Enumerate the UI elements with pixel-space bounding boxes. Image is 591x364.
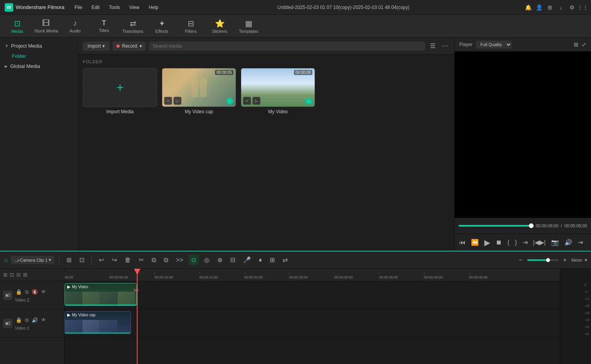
time-slider-thumb[interactable]: [529, 223, 534, 228]
split-view-icon[interactable]: ⊞: [64, 255, 74, 265]
quality-select[interactable]: Full Quality: [476, 41, 512, 48]
toolbar-media[interactable]: ⊡ Media: [3, 16, 31, 36]
replace-icon[interactable]: ⇄: [280, 255, 290, 265]
menu-tools[interactable]: Tools: [105, 3, 124, 12]
snapshot-icon[interactable]: 📷: [550, 237, 561, 248]
add-to-timeline-icon[interactable]: +: [164, 97, 172, 105]
motion-track-icon[interactable]: ◎: [202, 255, 212, 265]
lock-track-icon[interactable]: ⊡: [10, 272, 14, 278]
video-clip-1[interactable]: ▶ My Video cap: [64, 311, 131, 334]
keyframe-icon[interactable]: ♦: [256, 255, 264, 265]
layout-toggle-icon[interactable]: ⊞: [574, 41, 578, 48]
sidebar-global-media[interactable]: ▶ Global Media: [0, 61, 78, 71]
timeline-home-icon[interactable]: ⌂: [4, 257, 8, 264]
track-selector[interactable]: ...i-Camera Clip 1 ▾: [11, 256, 55, 264]
redo-icon[interactable]: ↪: [109, 255, 119, 265]
play-icon[interactable]: ▶: [483, 236, 492, 249]
import-media-thumb[interactable]: +: [83, 68, 157, 107]
copy-icon[interactable]: ⧉: [149, 255, 158, 265]
mark-in-icon[interactable]: {: [506, 237, 511, 248]
toolbar-templates[interactable]: ▦ Templates: [235, 16, 263, 36]
snap-icon[interactable]: |◀▶|: [532, 237, 547, 248]
preview-icon[interactable]: ▷: [174, 97, 181, 105]
track-settings-icon[interactable]: ⊟: [16, 272, 21, 278]
ai-enhance-icon[interactable]: ⊕: [215, 255, 225, 265]
magnet-icon[interactable]: ⊙: [189, 255, 199, 265]
track-2-copy-icon[interactable]: ⧉: [24, 288, 29, 296]
track-2-eye-icon[interactable]: 👁: [40, 288, 47, 296]
filter-icon[interactable]: ☰: [428, 41, 437, 51]
video-clip-2[interactable]: ▶ My Video: [64, 283, 137, 306]
track-2-lock-icon[interactable]: 🔒: [15, 288, 23, 296]
account-icon[interactable]: 👤: [535, 4, 543, 11]
preview-icon2[interactable]: ▷: [253, 97, 260, 105]
delete-icon[interactable]: 🗑: [122, 255, 133, 265]
record-button[interactable]: Record ▾: [113, 41, 146, 51]
search-input[interactable]: [149, 41, 425, 51]
fit-track-icon[interactable]: ⊞: [23, 272, 27, 278]
project-media-label: Project Media: [11, 43, 42, 49]
time-slider-fill: [458, 225, 534, 227]
mic-icon[interactable]: 🎤: [241, 255, 253, 265]
go-start-icon[interactable]: ⏮: [458, 237, 467, 248]
list-item[interactable]: 00:00:05 + ▷ ✓ My Video cap: [162, 68, 236, 114]
timeline-tracks-area[interactable]: 00:00 00:00:05:00 00:00:10:00 00:00:15:0…: [64, 269, 560, 364]
track-1-eye-icon[interactable]: 👁: [40, 316, 47, 324]
zoom-out-icon[interactable]: −: [516, 255, 525, 265]
track-1-copy-icon[interactable]: ⧉: [24, 316, 29, 324]
paste-icon[interactable]: ⧉: [161, 255, 170, 265]
toolbar-stickers[interactable]: ⭐ Stickers: [206, 16, 234, 36]
zoom-bar[interactable]: [527, 259, 559, 261]
import-button[interactable]: Import ▾: [83, 41, 109, 51]
captions-icon[interactable]: ⊞: [267, 255, 277, 265]
ripple-icon[interactable]: ⊡: [77, 255, 87, 265]
list-item[interactable]: + Import Media: [83, 68, 157, 114]
sidebar-folder[interactable]: Folder: [0, 51, 78, 61]
grid-icon[interactable]: ⋮⋮: [579, 4, 586, 11]
toolbar-titles[interactable]: T Titles: [90, 16, 118, 36]
toolbar-audio[interactable]: ♪ Audio: [61, 16, 89, 36]
zoom-thumb[interactable]: [546, 258, 550, 262]
volume-icon[interactable]: 🔊: [563, 237, 574, 248]
add-track-icon[interactable]: ⊞: [3, 272, 7, 278]
more-controls-icon[interactable]: ⇥: [576, 237, 584, 248]
fullscreen-icon[interactable]: ⤢: [582, 41, 586, 48]
menu-view[interactable]: View: [125, 3, 143, 12]
more-tools-icon[interactable]: >>: [174, 255, 186, 265]
stop-icon[interactable]: ⏹: [494, 237, 503, 248]
track-1-mute-icon[interactable]: 🔊: [31, 316, 39, 324]
notification-icon[interactable]: 🔔: [525, 4, 532, 11]
list-item[interactable]: 00:00:08 + ▷ ✓ My Video: [241, 68, 315, 114]
settings-icon[interactable]: ⚙: [568, 4, 575, 11]
toolbar-effects[interactable]: ✦ Effects: [148, 16, 176, 36]
layout-icon[interactable]: ⊞: [546, 4, 553, 11]
download-icon[interactable]: ↓: [557, 4, 564, 11]
add-to-timeline-icon2[interactable]: +: [243, 97, 251, 105]
cut-icon[interactable]: ✂: [136, 255, 146, 265]
time-slider[interactable]: [458, 225, 534, 227]
more-options-icon[interactable]: ⋯: [440, 41, 450, 51]
video-cap-thumb[interactable]: 00:00:05 + ▷ ✓: [162, 68, 236, 107]
video-thumb[interactable]: 00:00:08 + ▷ ✓: [241, 68, 315, 107]
ruler-mark-7: 00:00:35:00: [379, 275, 398, 279]
mark-out-icon[interactable]: }: [513, 237, 518, 248]
video-label: My Video: [241, 109, 315, 114]
toolbar-transitions[interactable]: ⇄ Transitions: [119, 16, 147, 36]
step-back-icon[interactable]: ⏪: [469, 237, 480, 248]
toolbar-divider2: [91, 255, 92, 265]
track-1-index: 1: [9, 321, 11, 325]
menu-file[interactable]: File: [71, 3, 86, 12]
menu-help[interactable]: Help: [145, 3, 163, 12]
toolbar-filters[interactable]: ⊟ Filters: [177, 16, 205, 36]
split-icon[interactable]: ⇥: [521, 237, 529, 248]
undo-icon[interactable]: ↩: [97, 255, 106, 265]
sidebar-project-media[interactable]: ▼ Project Media: [0, 41, 78, 51]
audio-stretch-icon[interactable]: ⊟: [228, 255, 238, 265]
zoom-in-icon[interactable]: +: [561, 255, 569, 265]
menu-edit[interactable]: Edit: [88, 3, 104, 12]
track-1-lock-icon[interactable]: 🔒: [15, 316, 23, 324]
add-media-icon: +: [116, 80, 124, 95]
track-2-mute-icon[interactable]: 🔇: [31, 288, 39, 296]
toolbar-stock-media[interactable]: 🎞 Stock Media: [32, 16, 60, 36]
meter-label[interactable]: Meter: [571, 258, 582, 262]
